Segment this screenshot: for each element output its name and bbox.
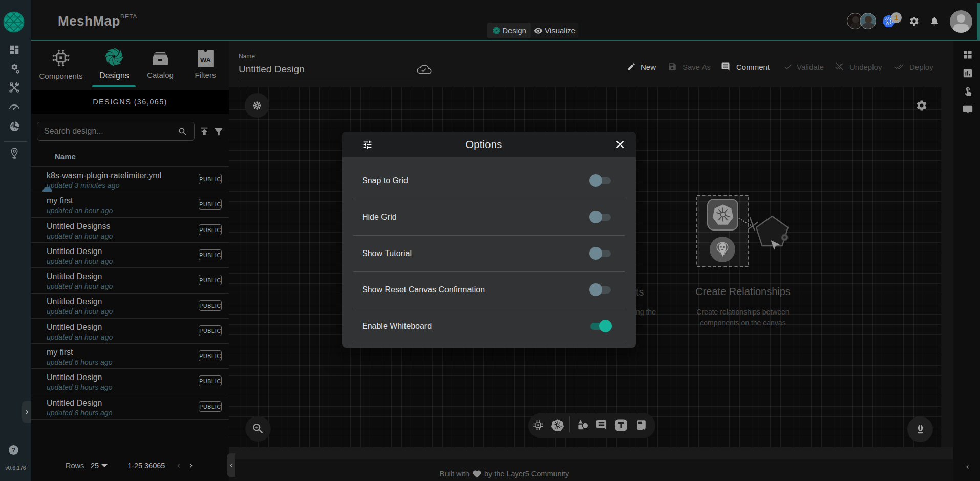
svg-text:WA: WA <box>200 56 211 64</box>
